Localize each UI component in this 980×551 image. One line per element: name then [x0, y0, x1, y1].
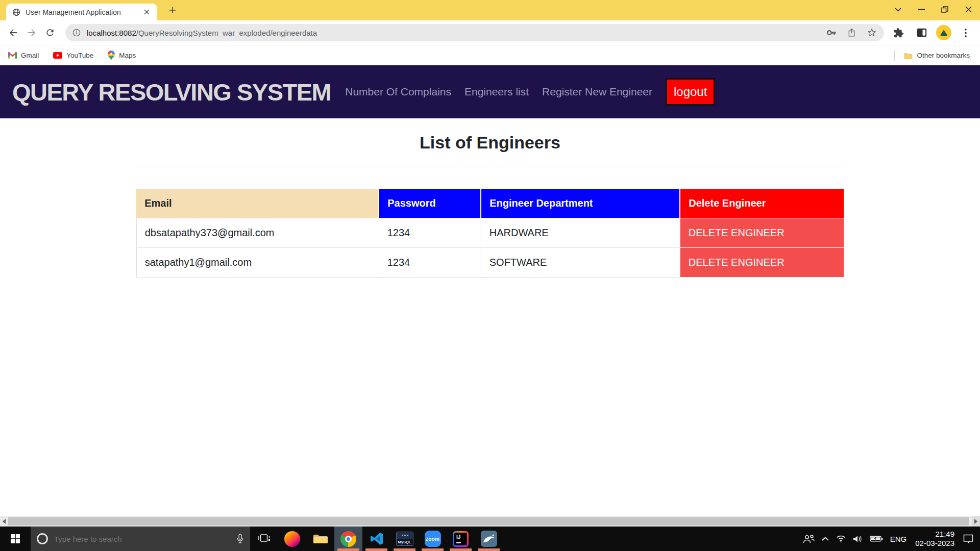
- bookmark-gmail[interactable]: Gmail: [8, 52, 39, 59]
- chevron-up-icon[interactable]: [818, 527, 832, 551]
- language-indicator[interactable]: ENG: [887, 527, 911, 551]
- taskbar-firefox[interactable]: [278, 527, 306, 551]
- gmail-icon: [8, 52, 17, 59]
- page-content: List of Engineers Email Password Enginee…: [0, 118, 980, 516]
- tab-search-chevron-icon[interactable]: [886, 2, 910, 17]
- bookmark-maps[interactable]: Maps: [108, 51, 136, 60]
- password-key-icon[interactable]: [826, 28, 837, 38]
- minimize-button[interactable]: [910, 2, 933, 17]
- taskbar-mysql-workbench[interactable]: [475, 527, 503, 551]
- mysql-workbench-icon: [481, 531, 497, 547]
- browser-tab[interactable]: User Management Application: [6, 4, 157, 20]
- cell-email: satapathy1@gmail.com: [136, 247, 379, 277]
- browser-tab-strip: User Management Application: [0, 0, 980, 20]
- youtube-icon: [53, 52, 62, 59]
- site-header: QUERY RESOLVING SYSTEM Number Of Complai…: [0, 65, 980, 118]
- people-icon[interactable]: [799, 527, 818, 551]
- header-email: Email: [136, 189, 379, 218]
- bookmarks-bar: Gmail YouTube Maps: [0, 45, 980, 65]
- battery-icon[interactable]: [866, 527, 887, 551]
- volume-icon[interactable]: [849, 527, 866, 551]
- table-row: dbsatapathy373@gmail.com 1234 HARDWARE D…: [136, 218, 844, 247]
- page-title: List of Engineers: [0, 133, 980, 153]
- start-button[interactable]: [0, 527, 31, 551]
- bookmark-youtube[interactable]: YouTube: [53, 52, 93, 59]
- menu-kebab-icon[interactable]: [957, 23, 975, 42]
- system-tray: ENG 21:49 02-03-2023: [799, 527, 980, 551]
- nav-number-of-complains[interactable]: Number Of Complains: [345, 86, 451, 98]
- cell-department: SOFTWARE: [481, 247, 680, 277]
- forward-button[interactable]: [22, 23, 41, 42]
- table-header-row: Email Password Engineer Department Delet…: [136, 189, 844, 218]
- share-icon[interactable]: [847, 28, 856, 38]
- firefox-icon: [284, 531, 300, 547]
- table-row: satapathy1@gmail.com 1234 SOFTWARE DELET…: [136, 247, 844, 277]
- horizontal-scrollbar[interactable]: [0, 516, 980, 527]
- extensions-puzzle-icon[interactable]: [889, 23, 908, 42]
- folder-icon: [904, 52, 913, 59]
- wifi-icon[interactable]: [832, 527, 849, 551]
- taskbar-zoom[interactable]: zoom: [419, 527, 447, 551]
- microphone-icon[interactable]: [236, 534, 244, 544]
- url-text: localhost:8082/QueryResolvingSystem_war_…: [87, 29, 820, 37]
- logout-button[interactable]: logout: [666, 78, 715, 106]
- cell-password: 1234: [379, 218, 481, 247]
- header-delete: Delete Engineer: [680, 189, 844, 218]
- title-divider: [136, 165, 844, 165]
- side-panel-icon[interactable]: [913, 23, 931, 42]
- clock-time: 21:49: [935, 530, 954, 539]
- bookmarks-divider: [894, 50, 895, 61]
- taskbar-chrome[interactable]: [334, 527, 362, 551]
- action-center-icon[interactable]: [960, 527, 977, 551]
- main-nav: Number Of Complains Engineers list Regis…: [345, 86, 652, 98]
- taskbar-vscode[interactable]: [362, 527, 390, 551]
- taskbar-intellij[interactable]: IJ: [447, 527, 475, 551]
- clock-date: 02-03-2023: [915, 539, 954, 548]
- bookmark-star-icon[interactable]: [867, 28, 877, 38]
- zoom-icon: zoom: [425, 531, 441, 547]
- scroll-left-arrow[interactable]: [0, 516, 8, 527]
- brand-title: QUERY RESOLVING SYSTEM: [12, 78, 331, 106]
- cortana-icon: [37, 533, 48, 544]
- reload-button[interactable]: [41, 23, 59, 42]
- header-password: Password: [379, 189, 481, 218]
- taskbar-clock[interactable]: 21:49 02-03-2023: [910, 530, 960, 548]
- window-controls: [886, 1, 980, 18]
- taskbar-file-explorer[interactable]: [306, 527, 334, 551]
- taskbar-task-view[interactable]: [250, 527, 278, 551]
- scrollbar-thumb[interactable]: [8, 517, 969, 525]
- tab-title: User Management Application: [26, 8, 141, 16]
- chrome-icon: [340, 531, 356, 547]
- delete-engineer-button[interactable]: DELETE ENGINEER: [680, 247, 844, 277]
- search-input[interactable]: [54, 535, 230, 543]
- profile-avatar[interactable]: [936, 25, 951, 40]
- maps-pin-icon: [108, 51, 115, 60]
- cell-department: HARDWARE: [481, 218, 680, 247]
- nav-register-new-engineer[interactable]: Register New Engineer: [542, 86, 652, 98]
- other-bookmarks[interactable]: Other bookmarks: [904, 52, 970, 59]
- maximize-button[interactable]: [933, 2, 957, 17]
- cell-password: 1234: [379, 247, 481, 277]
- tab-close-icon[interactable]: [141, 7, 152, 18]
- delete-engineer-button[interactable]: DELETE ENGINEER: [680, 218, 844, 247]
- windows-taskbar: MySQL zoom IJ: [0, 527, 980, 551]
- scroll-right-arrow[interactable]: [972, 516, 980, 527]
- new-tab-button[interactable]: [165, 3, 180, 17]
- vscode-icon: [370, 532, 384, 546]
- taskbar-search[interactable]: [31, 527, 250, 551]
- nav-engineers-list[interactable]: Engineers list: [464, 86, 529, 98]
- taskbar-mysql-cli[interactable]: MySQL: [390, 527, 419, 551]
- back-button[interactable]: [4, 23, 22, 42]
- close-window-button[interactable]: [957, 2, 980, 17]
- site-info-icon[interactable]: [72, 29, 81, 37]
- mysql-cli-icon: MySQL: [396, 532, 413, 546]
- cell-email: dbsatapathy373@gmail.com: [136, 218, 379, 247]
- windows-logo-icon: [11, 534, 20, 543]
- chrome-actions: [889, 23, 975, 42]
- globe-favicon-icon: [12, 8, 20, 16]
- address-bar[interactable]: localhost:8082/QueryResolvingSystem_war_…: [65, 24, 884, 41]
- engineers-table: Email Password Engineer Department Delet…: [136, 189, 844, 278]
- intellij-icon: IJ: [453, 531, 469, 547]
- header-department: Engineer Department: [481, 189, 680, 218]
- screen: User Management Application: [0, 0, 980, 551]
